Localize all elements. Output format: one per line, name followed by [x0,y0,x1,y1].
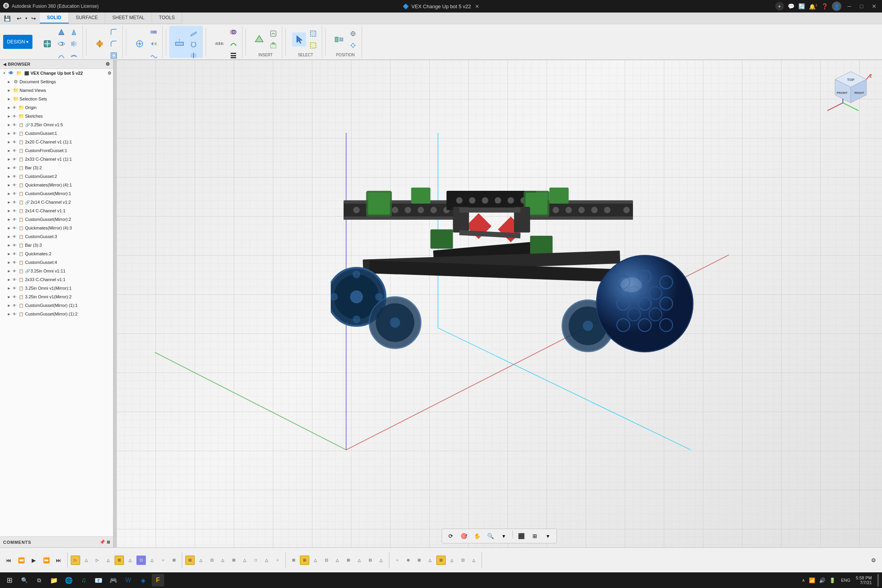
anim-icon-18[interactable]: △ [262,556,271,565]
help-icon[interactable]: ❓ [821,3,828,9]
app-icon-1[interactable]: 🎮 [107,574,120,586]
eye-16[interactable]: 👁 [12,260,17,265]
arrow-5[interactable]: ▶ [6,165,12,170]
eye-8[interactable]: 👁 [12,191,17,196]
thicken-icon[interactable] [68,50,79,61]
anim-icon-11[interactable]: ⊞ [185,556,195,565]
email-icon[interactable]: 📧 [92,574,105,586]
eye-3[interactable]: 👁 [12,148,17,153]
eye-12[interactable]: 👁 [12,225,17,231]
eye-17[interactable]: 👁 [12,268,17,274]
tree-item-16[interactable]: ▶ 👁 📋 CustomGusset:4 [0,258,113,267]
fusion-icon[interactable]: F [152,574,164,586]
browser-settings-icon[interactable]: ⚙ [106,61,110,67]
insert-svg-icon[interactable] [268,28,279,39]
sound-icon[interactable]: 🔊 [819,577,825,583]
tree-item-origin[interactable]: ▶ 👁 📁 Origin [0,103,113,112]
eye-21[interactable]: 👁 [12,303,17,308]
anim-icon-19[interactable]: ○ [273,556,282,565]
zoom-icon[interactable]: 🔍 [485,531,496,541]
look-at-icon[interactable]: 🎯 [459,531,470,541]
root-expand-arrow[interactable]: ▼ [2,70,7,76]
anim-icon-33[interactable]: ⊞ [436,556,446,565]
anim-icon-16[interactable]: △ [240,556,249,565]
insert-mesh-icon[interactable] [252,32,266,47]
arrow-18[interactable]: ▶ [6,277,12,282]
arrow-2[interactable]: ▶ [6,139,12,145]
align-icon[interactable] [332,32,346,47]
arrow-20[interactable]: ▶ [6,294,12,299]
anim-icon-2[interactable]: △ [82,556,91,565]
new-component-icon[interactable] [40,37,54,51]
origin-arrow[interactable]: ▶ [6,105,12,110]
arrow-12[interactable]: ▶ [6,225,12,231]
grid-dropdown-icon[interactable]: ▾ [543,531,554,541]
press-pull-icon[interactable] [93,37,107,51]
select-through-icon[interactable] [308,28,319,39]
notification-icon[interactable]: 🔔1 [809,3,817,10]
close-button[interactable]: ✕ [869,3,879,9]
tree-item-1[interactable]: ▶ 👁 📋 CustomGusset:1 [0,129,113,138]
fillet-icon[interactable] [108,27,119,38]
anim-icon-36[interactable]: △ [469,556,479,565]
anim-icon-17[interactable]: □ [251,556,260,565]
eye-5[interactable]: 👁 [12,165,17,170]
anim-icon-4[interactable]: △ [104,556,113,565]
sketches-eye[interactable]: 👁 [12,113,17,119]
taskbar-clock[interactable]: 5:58 PM 7/7/21 [856,575,872,585]
offset-plane-icon[interactable] [172,37,186,51]
eye-22[interactable]: 👁 [12,311,17,317]
pan-icon[interactable]: ✋ [472,531,483,541]
anim-icon-22[interactable]: △ [311,556,320,565]
user-avatar[interactable]: 👤 [832,2,841,11]
arrow-9[interactable]: ▶ [6,199,12,205]
search-taskbar-icon[interactable]: 🔍 [18,574,30,586]
skip-start-icon[interactable]: ⏮ [3,555,14,566]
orbit-icon[interactable]: ⟳ [445,531,456,541]
as-built-joint-icon[interactable] [148,27,159,38]
tree-item-0[interactable]: ▶ 👁 📋 🔗 3.25in Omni v1:5 [0,120,113,129]
arrow-10[interactable]: ▶ [6,208,12,213]
anim-icon-26[interactable]: △ [355,556,364,565]
origin-eye[interactable]: 👁 [12,105,17,110]
eye-7[interactable]: 👁 [12,182,17,188]
eye-1[interactable]: 👁 [12,131,17,136]
eye-20[interactable]: 👁 [12,294,17,299]
spotify-icon[interactable]: ♫ [77,574,90,586]
motion-icon[interactable] [148,38,159,49]
tree-item-2[interactable]: ▶ 👁 📋 2x20 C-Channel v1 (1):1 [0,138,113,146]
save-icon[interactable]: 💾 [2,14,13,23]
root-visibility-icon[interactable]: 👁 [8,70,14,76]
arrow-1[interactable]: ▶ [6,131,12,136]
display-settings-icon[interactable]: ⬛ [516,531,527,541]
comment-icon[interactable]: 💬 [788,3,794,9]
eye-14[interactable]: 👁 [12,242,17,248]
eye-19[interactable]: 👁 [12,285,17,291]
play-icon[interactable]: ▶ [28,555,39,566]
anim-icon-5[interactable]: ⊞ [115,556,124,565]
arrow-22[interactable]: ▶ [6,311,12,317]
tree-item-11[interactable]: ▶ 👁 📋 CustomGusset(Mirror):2 [0,215,113,224]
tab-sheet-metal[interactable]: SHEET METAL [105,13,152,23]
browser-taskbar-icon[interactable]: 🌐 [63,574,75,586]
tab-solid[interactable]: SOLID [40,13,69,23]
anim-icon-34[interactable]: △ [447,556,457,565]
anim-icon-32[interactable]: △ [425,556,435,565]
anim-icon-15[interactable]: ⊞ [229,556,238,565]
arrow-14[interactable]: ▶ [6,242,12,248]
tree-item-8[interactable]: ▶ 👁 📋 CustomGusset(Mirror):1 [0,189,113,198]
move-copy-icon[interactable] [348,40,359,51]
minimize-button[interactable]: ─ [845,3,854,9]
chamfer-icon[interactable] [108,38,119,49]
anim-icon-14[interactable]: △ [218,556,228,565]
design-dropdown-button[interactable]: DESIGN ▾ [3,35,32,49]
eye-9[interactable]: 👁 [12,199,17,205]
root-gear-icon[interactable]: ⚙ [108,71,111,76]
select-icon[interactable] [292,32,306,47]
tab-surface[interactable]: SURFACE [69,13,106,23]
anim-icon-21[interactable]: ⊞ [300,556,309,565]
arrow-7[interactable]: ▶ [6,182,12,188]
arrow-4[interactable]: ▶ [6,156,12,162]
tab-tools[interactable]: TOOLS [152,13,182,23]
window-select-icon[interactable] [308,40,319,51]
